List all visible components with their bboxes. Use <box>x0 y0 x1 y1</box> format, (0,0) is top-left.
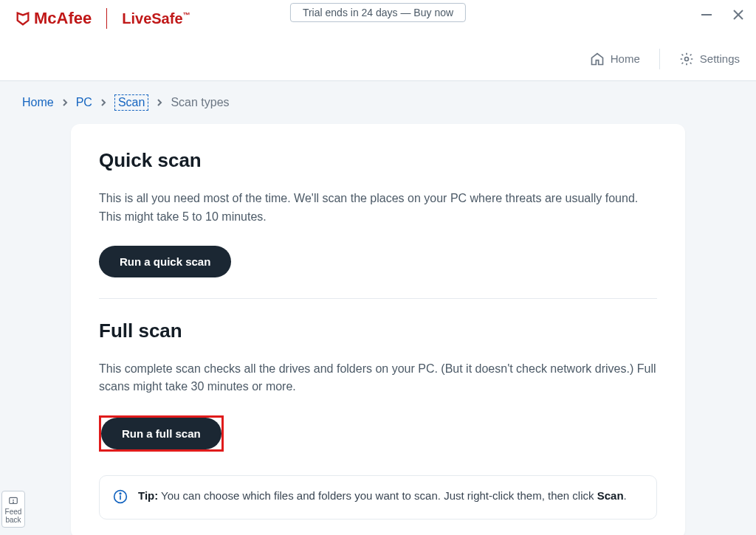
feedback-label: Feed back <box>4 508 23 524</box>
tip-scan-word: Scan <box>597 489 624 502</box>
toolbar: Home Settings <box>0 37 756 81</box>
quick-scan-title: Quick scan <box>99 149 657 172</box>
minimize-button[interactable] <box>700 8 713 24</box>
tip-body: You can choose which files and folders y… <box>158 489 597 502</box>
breadcrumb: Home PC Scan Scan types <box>0 81 756 124</box>
brand-logo-group: McAfee LiveSafe™ <box>15 8 190 29</box>
mcafee-shield-icon <box>15 10 31 27</box>
home-nav-label: Home <box>611 52 640 65</box>
trial-status-badge[interactable]: Trial ends in 24 days — Buy now <box>290 3 466 22</box>
close-button[interactable] <box>731 7 746 25</box>
tip-text: Tip: You can choose which files and fold… <box>138 488 627 507</box>
home-nav-button[interactable]: Home <box>590 52 640 66</box>
feedback-tab[interactable]: Feed back <box>1 491 25 528</box>
breadcrumb-pc[interactable]: PC <box>76 96 92 109</box>
window-controls <box>700 7 746 25</box>
home-icon <box>590 52 605 66</box>
svg-point-6 <box>120 493 121 494</box>
breadcrumb-scan-types: Scan types <box>171 96 229 109</box>
tip-after: . <box>624 489 627 502</box>
gear-icon <box>679 52 694 66</box>
info-icon <box>113 489 128 507</box>
chevron-right-icon <box>156 99 163 106</box>
tip-label: Tip: <box>138 489 158 502</box>
settings-nav-label: Settings <box>700 52 740 65</box>
run-full-scan-button[interactable]: Run a full scan <box>101 418 221 449</box>
chevron-right-icon <box>61 99 69 106</box>
product-name: LiveSafe™ <box>122 10 190 27</box>
section-divider <box>99 298 657 299</box>
feedback-icon <box>7 496 19 506</box>
settings-nav-button[interactable]: Settings <box>679 52 740 66</box>
tip-box: Tip: You can choose which files and fold… <box>99 475 657 520</box>
full-scan-highlight: Run a full scan <box>99 415 224 452</box>
full-scan-description: This complete scan checks all the drives… <box>99 360 657 397</box>
brand-name: McAfee <box>34 9 92 28</box>
brand-divider <box>106 8 107 29</box>
full-scan-title: Full scan <box>99 320 657 342</box>
scan-types-card: Quick scan This is all you need most of … <box>71 124 685 535</box>
run-quick-scan-button[interactable]: Run a quick scan <box>99 246 231 277</box>
breadcrumb-home[interactable]: Home <box>22 96 54 109</box>
breadcrumb-scan[interactable]: Scan <box>114 94 148 111</box>
chevron-right-icon <box>100 99 107 106</box>
quick-scan-description: This is all you need most of the time. W… <box>99 190 657 227</box>
toolbar-separator <box>659 49 660 69</box>
svg-point-9 <box>13 502 14 503</box>
svg-point-3 <box>684 57 688 61</box>
mcafee-logo: McAfee <box>15 9 92 28</box>
titlebar: McAfee LiveSafe™ Trial ends in 24 days —… <box>0 0 756 37</box>
